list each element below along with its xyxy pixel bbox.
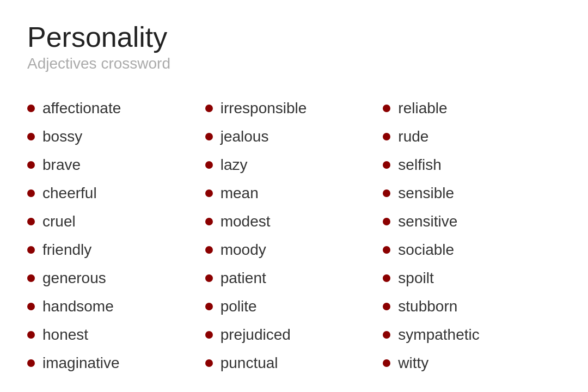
word-text: prejudiced — [220, 326, 291, 344]
list-item: reliable — [383, 94, 561, 122]
word-text: patient — [220, 270, 266, 287]
list-item: friendly — [27, 236, 205, 264]
bullet-icon — [205, 218, 213, 225]
word-column-3: reliablerudeselfishsensiblesensitivesoci… — [383, 94, 561, 377]
list-item: sensitive — [383, 207, 561, 236]
bullet-icon — [27, 359, 35, 367]
word-text: irresponsible — [220, 100, 307, 117]
bullet-icon — [27, 331, 35, 339]
bullet-icon — [27, 133, 35, 140]
bullet-icon — [205, 246, 213, 254]
bullet-icon — [27, 189, 35, 197]
word-text: brave — [42, 156, 81, 174]
word-text: affectionate — [42, 100, 121, 117]
list-item: brave — [27, 151, 205, 179]
list-item: prejudiced — [205, 321, 383, 349]
word-text: sensible — [398, 185, 454, 202]
word-text: generous — [42, 270, 106, 287]
word-text: selfish — [398, 156, 441, 174]
word-text: sympathetic — [398, 326, 479, 344]
bullet-icon — [205, 303, 213, 310]
page-title: Personality — [27, 22, 561, 53]
list-item: imaginative — [27, 349, 205, 377]
bullet-icon — [205, 274, 213, 282]
list-item: bossy — [27, 122, 205, 151]
list-item: sociable — [383, 236, 561, 264]
word-text: sensitive — [398, 213, 457, 230]
list-item: polite — [205, 292, 383, 321]
list-item: affectionate — [27, 94, 205, 122]
bullet-icon — [27, 246, 35, 254]
list-item: sympathetic — [383, 321, 561, 349]
word-text: cruel — [42, 213, 76, 230]
list-item: generous — [27, 264, 205, 292]
bullet-icon — [205, 331, 213, 339]
word-text: punctual — [220, 354, 278, 372]
bullet-icon — [205, 105, 213, 112]
word-list-container: affectionatebossybravecheerfulcruelfrien… — [27, 94, 561, 377]
bullet-icon — [27, 303, 35, 310]
word-text: spoilt — [398, 270, 433, 287]
word-text: lazy — [220, 156, 248, 174]
bullet-icon — [383, 303, 390, 310]
word-text: jealous — [220, 128, 269, 145]
page-subtitle: Adjectives crossword — [27, 55, 561, 72]
bullet-icon — [383, 133, 390, 140]
list-item: irresponsible — [205, 94, 383, 122]
bullet-icon — [383, 105, 390, 112]
bullet-icon — [205, 359, 213, 367]
list-item: rude — [383, 122, 561, 151]
list-item: cheerful — [27, 179, 205, 207]
list-item: handsome — [27, 292, 205, 321]
list-item: modest — [205, 207, 383, 236]
word-text: witty — [398, 354, 428, 372]
word-text: stubborn — [398, 298, 457, 315]
bullet-icon — [383, 331, 390, 339]
bullet-icon — [205, 133, 213, 140]
list-item: spoilt — [383, 264, 561, 292]
word-text: rude — [398, 128, 428, 145]
list-item: patient — [205, 264, 383, 292]
bullet-icon — [383, 274, 390, 282]
word-text: friendly — [42, 241, 91, 259]
word-column-1: affectionatebossybravecheerfulcruelfrien… — [27, 94, 205, 377]
word-text: modest — [220, 213, 271, 230]
bullet-icon — [27, 105, 35, 112]
list-item: stubborn — [383, 292, 561, 321]
bullet-icon — [27, 274, 35, 282]
list-item: sensible — [383, 179, 561, 207]
word-text: cheerful — [42, 185, 97, 202]
list-item: jealous — [205, 122, 383, 151]
word-text: bossy — [42, 128, 82, 145]
bullet-icon — [27, 161, 35, 169]
list-item: honest — [27, 321, 205, 349]
word-column-2: irresponsiblejealouslazymeanmodestmoodyp… — [205, 94, 383, 377]
list-item: moody — [205, 236, 383, 264]
bullet-icon — [383, 246, 390, 254]
bullet-icon — [27, 218, 35, 225]
list-item: selfish — [383, 151, 561, 179]
list-item: lazy — [205, 151, 383, 179]
list-item: cruel — [27, 207, 205, 236]
word-text: sociable — [398, 241, 454, 259]
word-text: honest — [42, 326, 88, 344]
bullet-icon — [383, 189, 390, 197]
word-text: polite — [220, 298, 257, 315]
bullet-icon — [205, 161, 213, 169]
list-item: mean — [205, 179, 383, 207]
list-item: punctual — [205, 349, 383, 377]
word-text: handsome — [42, 298, 114, 315]
word-text: imaginative — [42, 354, 120, 372]
bullet-icon — [383, 359, 390, 367]
bullet-icon — [205, 189, 213, 197]
word-text: moody — [220, 241, 266, 259]
word-text: mean — [220, 185, 259, 202]
bullet-icon — [383, 161, 390, 169]
bullet-icon — [383, 218, 390, 225]
word-text: reliable — [398, 100, 447, 117]
list-item: witty — [383, 349, 561, 377]
